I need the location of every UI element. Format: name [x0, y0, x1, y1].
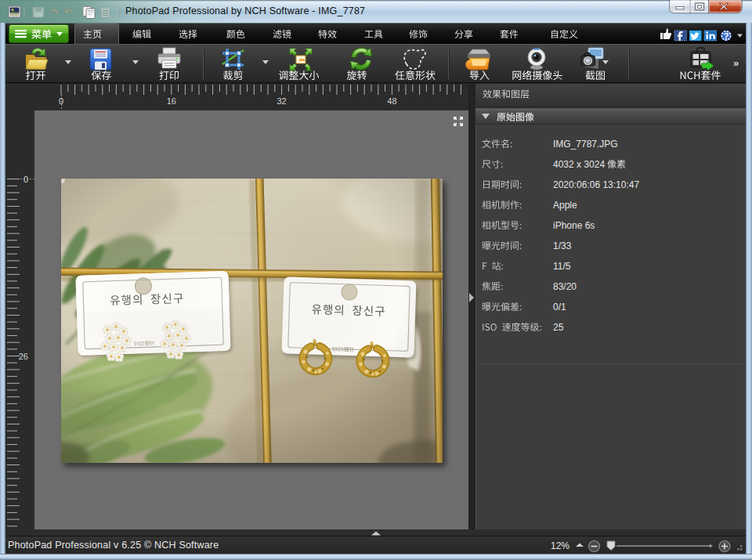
svg-text:48: 48 — [387, 96, 396, 106]
svg-text:26: 26 — [19, 352, 28, 361]
svg-text:16: 16 — [167, 96, 176, 106]
svg-text:0: 0 — [24, 175, 28, 184]
svg-text:0: 0 — [59, 96, 63, 106]
svg-text:32: 32 — [277, 96, 286, 106]
